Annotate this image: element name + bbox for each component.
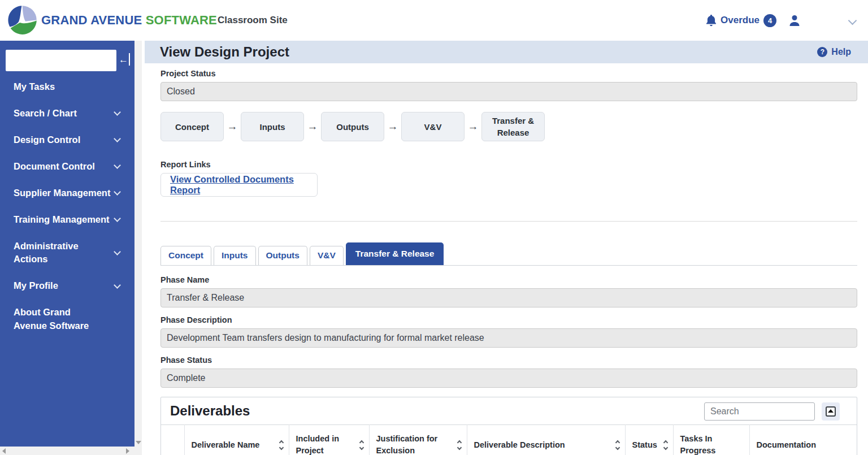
top-header: GRAND AVENUE SOFTWARE Classroom Site Ove… bbox=[0, 0, 868, 41]
deliverables-header: Deliverables bbox=[161, 397, 857, 424]
brand[interactable]: GRAND AVENUE SOFTWARE bbox=[7, 5, 217, 36]
user-profile-icon[interactable] bbox=[789, 15, 800, 26]
sidebar-item-about[interactable]: About Grand Avenue Software bbox=[0, 306, 134, 333]
arrow-right-icon: → bbox=[224, 120, 241, 133]
sidebar-horizontal-scrollbar[interactable] bbox=[0, 447, 142, 455]
arrow-right-icon: → bbox=[465, 120, 481, 133]
table-header-row: Deliverable Name Included in Project Jus… bbox=[161, 425, 857, 455]
sidebar-item-label: Training Management bbox=[14, 213, 110, 227]
tab-transfer-release[interactable]: Transfer & Release bbox=[346, 242, 444, 265]
phase-status-input[interactable] bbox=[160, 369, 857, 388]
section-divider bbox=[160, 221, 857, 222]
phase-box-inputs: Inputs bbox=[241, 112, 304, 141]
sidebar-vertical-scrollbar[interactable] bbox=[134, 41, 142, 447]
help-label: Help bbox=[831, 47, 851, 57]
view-controlled-documents-report-link[interactable]: View Controlled Documents Report bbox=[170, 174, 308, 196]
column-label: Tasks In Progress bbox=[680, 433, 745, 455]
phase-status-label: Phase Status bbox=[160, 356, 857, 365]
phase-box-vv: V&V bbox=[401, 112, 465, 141]
bell-icon bbox=[706, 15, 717, 27]
deliverables-section: Deliverables Deliverable Name bbox=[160, 397, 857, 455]
column-label: Included in Project bbox=[296, 433, 358, 455]
brand-name: GRAND AVENUE SOFTWARE bbox=[41, 13, 217, 28]
tab-vv[interactable]: V&V bbox=[310, 246, 344, 265]
sort-icon[interactable] bbox=[664, 441, 667, 449]
chevron-down-icon bbox=[114, 135, 121, 142]
overdue-label: Overdue bbox=[721, 15, 760, 26]
sidebar-search-input[interactable] bbox=[6, 50, 116, 71]
scroll-right-arrow-icon[interactable] bbox=[126, 448, 129, 454]
column-deliverable-name[interactable]: Deliverable Name bbox=[184, 425, 289, 455]
sidebar: ← My Tasks Search / Chart Design Control… bbox=[0, 41, 134, 447]
sidebar-item-label: About Grand Avenue Software bbox=[14, 306, 101, 333]
chevron-down-icon bbox=[114, 162, 121, 169]
grand-avenue-logo-icon bbox=[7, 5, 38, 36]
deliverables-collapse-button[interactable] bbox=[822, 402, 840, 421]
phase-box-outputs: Outputs bbox=[321, 112, 384, 141]
column-justification-for-exclusion[interactable]: Justification for Exclusion bbox=[369, 425, 467, 455]
phase-box-concept: Concept bbox=[160, 112, 224, 141]
column-label: Justification for Exclusion bbox=[376, 433, 455, 455]
collapse-bar-icon bbox=[129, 53, 130, 66]
sort-icon[interactable] bbox=[616, 441, 619, 449]
page-title: View Design Project bbox=[160, 44, 289, 60]
column-tasks-in-progress: Tasks In Progress bbox=[673, 425, 749, 455]
help-button[interactable]: ? Help bbox=[817, 47, 851, 57]
sort-icon[interactable] bbox=[458, 441, 461, 449]
phase-description-label: Phase Description bbox=[160, 315, 857, 324]
sort-icon[interactable] bbox=[280, 441, 283, 449]
account-menu-chevron-icon[interactable] bbox=[849, 16, 857, 24]
tab-concept[interactable]: Concept bbox=[160, 246, 211, 265]
tab-outputs[interactable]: Outputs bbox=[258, 246, 307, 265]
chevron-down-icon bbox=[114, 281, 121, 289]
site-title: Classroom Site bbox=[218, 15, 288, 26]
phase-name-label: Phase Name bbox=[160, 275, 857, 284]
chevron-down-icon bbox=[114, 248, 121, 255]
sidebar-item-search-chart[interactable]: Search / Chart bbox=[0, 107, 134, 120]
sidebar-collapse-button[interactable]: ← bbox=[119, 53, 130, 66]
column-label: Documentation bbox=[757, 439, 817, 451]
sidebar-item-my-profile[interactable]: My Profile bbox=[0, 279, 134, 293]
sidebar-nav: My Tasks Search / Chart Design Control D… bbox=[0, 80, 134, 346]
arrow-right-icon: → bbox=[304, 120, 321, 133]
arrow-right-icon: → bbox=[384, 120, 401, 133]
project-status-input[interactable] bbox=[160, 82, 857, 101]
tab-inputs[interactable]: Inputs bbox=[214, 246, 256, 265]
help-question-icon: ? bbox=[817, 47, 827, 57]
scroll-left-arrow-icon[interactable] bbox=[2, 448, 6, 454]
brand-name-primary: GRAND AVENUE bbox=[41, 13, 142, 27]
scroll-down-arrow-icon[interactable] bbox=[136, 441, 141, 444]
column-label: Status bbox=[632, 439, 657, 451]
sidebar-item-design-control[interactable]: Design Control bbox=[0, 133, 134, 147]
column-status[interactable]: Status bbox=[625, 425, 673, 455]
sidebar-item-supplier-management[interactable]: Supplier Management bbox=[0, 187, 134, 200]
sidebar-item-administrative-actions[interactable]: Administrative Actions bbox=[0, 240, 134, 267]
phase-flow: Concept → Inputs → Outputs → V&V → Trans… bbox=[160, 112, 857, 141]
column-label: Deliverable Name bbox=[192, 439, 260, 451]
chevron-down-icon bbox=[114, 215, 121, 222]
brand-name-secondary: SOFTWARE bbox=[146, 13, 217, 27]
phase-box-transfer-release: Transfer & Release bbox=[481, 112, 545, 141]
sidebar-item-training-management[interactable]: Training Management bbox=[0, 213, 134, 227]
column-documentation: Documentation bbox=[749, 425, 857, 455]
column-deliverable-description[interactable]: Deliverable Description bbox=[467, 425, 625, 455]
report-links-label: Report Links bbox=[160, 160, 857, 169]
sidebar-item-my-tasks[interactable]: My Tasks bbox=[0, 80, 134, 94]
deliverables-search-input[interactable] bbox=[704, 402, 815, 421]
collapse-arrow-icon: ← bbox=[119, 55, 128, 64]
chevron-down-icon bbox=[114, 188, 121, 196]
sort-icon[interactable] bbox=[360, 441, 363, 449]
sidebar-item-document-control[interactable]: Document Control bbox=[0, 160, 134, 174]
column-included-in-project[interactable]: Included in Project bbox=[289, 425, 369, 455]
chevron-down-icon bbox=[114, 109, 121, 116]
overdue-notifications[interactable]: Overdue 4 bbox=[706, 14, 776, 27]
column-label: Deliverable Description bbox=[474, 439, 565, 451]
phase-name-input[interactable] bbox=[160, 288, 857, 307]
page-header: View Design Project ? Help bbox=[145, 41, 868, 63]
sidebar-item-label: Search / Chart bbox=[14, 107, 77, 120]
phase-description-input[interactable] bbox=[160, 328, 857, 348]
column-select bbox=[161, 425, 184, 455]
sidebar-item-label: My Tasks bbox=[14, 80, 55, 94]
phase-tabs: Concept Inputs Outputs V&V Transfer & Re… bbox=[160, 242, 857, 266]
sidebar-item-label: Supplier Management bbox=[14, 187, 110, 200]
